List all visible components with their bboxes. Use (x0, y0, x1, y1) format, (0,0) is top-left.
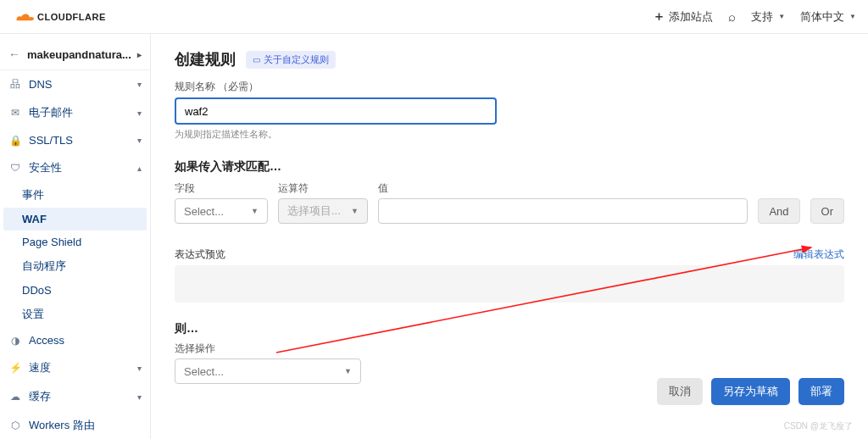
chevron-down-icon: ▾ (137, 108, 142, 118)
cache-icon: ☁ (8, 391, 22, 403)
speed-icon: ⚡ (8, 362, 22, 374)
search-button[interactable]: ⌕ (728, 9, 736, 24)
logo-text: CLOUDFLARE (37, 12, 106, 22)
sidebar-item-label: SSL/TLS (29, 134, 73, 147)
site-name: makeupandnatura... (27, 48, 131, 61)
field-select-value: Select... (184, 205, 224, 218)
help-link-label: 关于自定义规则 (264, 53, 329, 66)
sidebar-sub-settings[interactable]: 设置 (0, 302, 150, 327)
sidebar-item-speed[interactable]: ⚡ 速度 ▾ (0, 353, 150, 382)
rule-name-hint: 为规则指定描述性名称。 (175, 128, 844, 141)
rule-name-input[interactable] (175, 97, 497, 125)
and-button[interactable]: And (758, 198, 799, 224)
deploy-button[interactable]: 部署 (798, 378, 844, 405)
dns-icon: 品 (8, 77, 22, 92)
then-section-title: 则… (175, 321, 844, 336)
sidebar-item-label: Workers 路由 (29, 418, 95, 433)
action-label: 选择操作 (175, 342, 844, 356)
cancel-button[interactable]: 取消 (657, 378, 703, 405)
chevron-down-icon: ▼ (344, 367, 352, 375)
email-icon: ✉ (8, 107, 22, 119)
add-site-label: 添加站点 (669, 9, 713, 25)
sidebar-item-label: 安全性 (29, 160, 62, 175)
support-menu[interactable]: 支持 ▼ (751, 9, 785, 25)
access-icon: ◑ (8, 335, 22, 347)
language-label: 简体中文 (800, 9, 844, 25)
sidebar-item-label: Access (29, 334, 64, 347)
sidebar-sub-waf[interactable]: WAF (3, 208, 147, 231)
expression-preview-box (175, 265, 844, 303)
chevron-down-icon: ▾ (137, 80, 142, 89)
save-draft-button[interactable]: 另存为草稿 (711, 378, 790, 405)
sidebar-item-label: 缓存 (29, 389, 51, 404)
sidebar-item-cache[interactable]: ☁ 缓存 ▾ (0, 382, 150, 411)
lock-icon: 🔒 (8, 135, 22, 147)
value-input[interactable] (378, 198, 748, 224)
cloudflare-icon (12, 11, 36, 23)
field-select[interactable]: Select... ▼ (175, 198, 268, 224)
chevron-down-icon: ▾ (137, 364, 142, 373)
sidebar-item-workers[interactable]: ⬡ Workers 路由 (0, 411, 150, 439)
chevron-down-icon: ▾ (137, 392, 142, 402)
search-icon: ⌕ (728, 9, 736, 24)
sidebar-item-access[interactable]: ◑ Access (0, 327, 150, 353)
workers-icon: ⬡ (8, 420, 22, 431)
chevron-up-icon: ▴ (137, 164, 142, 173)
chevron-down-icon: ▼ (778, 13, 785, 20)
chevron-down-icon: ▼ (251, 207, 259, 215)
watermark: CSDN @龙飞瘦了 (784, 420, 853, 432)
chevron-down-icon: ▾ (137, 136, 142, 145)
sidebar-sub-pageshield[interactable]: Page Shield (0, 231, 150, 253)
book-icon: ▭ (253, 55, 260, 64)
edit-expression-link[interactable]: 编辑表达式 (793, 247, 844, 262)
chevron-down-icon: ▼ (849, 13, 856, 20)
sidebar-sub-events[interactable]: 事件 (0, 182, 150, 208)
back-arrow-icon: ← (8, 47, 22, 61)
chevron-down-icon: ▼ (351, 207, 359, 215)
sidebar-item-label: 电子邮件 (29, 105, 73, 120)
language-menu[interactable]: 简体中文 ▼ (800, 9, 856, 25)
shield-icon: 🛡 (8, 162, 22, 174)
help-about-custom-rules[interactable]: ▭ 关于自定义规则 (246, 51, 336, 69)
field-label: 字段 (175, 181, 268, 196)
chevron-right-icon: ▸ (137, 50, 142, 59)
support-label: 支持 (751, 9, 773, 25)
operator-select[interactable]: 选择项目... ▼ (278, 198, 368, 224)
plus-icon: ＋ (653, 8, 665, 25)
site-selector[interactable]: ← makeupandnatura... ▸ (0, 39, 150, 70)
operator-label: 运算符 (278, 181, 368, 196)
operator-select-value: 选择项目... (287, 203, 341, 219)
value-label: 值 (378, 181, 748, 196)
sidebar-item-email[interactable]: ✉ 电子邮件 ▾ (0, 98, 150, 127)
action-select-value: Select... (184, 365, 224, 378)
match-section-title: 如果传入请求匹配… (175, 159, 844, 175)
main-content: 创建规则 ▭ 关于自定义规则 规则名称 （必需） 为规则指定描述性名称。 如果传… (151, 34, 868, 439)
sidebar-item-dns[interactable]: 品 DNS ▾ (0, 70, 150, 98)
action-select[interactable]: Select... ▼ (175, 358, 361, 384)
page-title: 创建规则 (175, 49, 236, 69)
expression-preview-label: 表达式预览 (175, 247, 225, 262)
sidebar-item-ssl[interactable]: 🔒 SSL/TLS ▾ (0, 127, 150, 153)
or-button[interactable]: Or (810, 198, 844, 224)
add-site-link[interactable]: ＋ 添加站点 (653, 8, 713, 25)
sidebar-sub-ddos[interactable]: DDoS (0, 279, 150, 302)
sidebar: ← makeupandnatura... ▸ 品 DNS ▾ ✉ 电子邮件 ▾ … (0, 34, 151, 439)
sidebar-item-label: DNS (29, 78, 52, 91)
sidebar-sub-bots[interactable]: 自动程序 (0, 253, 150, 279)
rule-name-label: 规则名称 （必需） (175, 80, 844, 94)
sidebar-item-label: 速度 (29, 360, 51, 375)
sidebar-item-security[interactable]: 🛡 安全性 ▴ (0, 153, 150, 182)
logo[interactable]: CLOUDFLARE (12, 11, 106, 23)
